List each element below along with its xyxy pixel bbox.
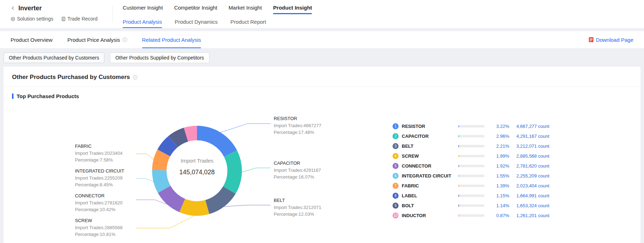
trade-count: 4,667,277 count bbox=[516, 124, 573, 129]
share-percent: 1.15% bbox=[489, 193, 509, 198]
ranked-product-row[interactable]: 4SCREW1.99%2,885,568 count bbox=[393, 151, 573, 161]
share-percent: 1.39% bbox=[489, 183, 509, 188]
solution-settings-label: Solution settings bbox=[17, 16, 53, 22]
rank-badge: 10 bbox=[393, 213, 399, 219]
callout-leader-line bbox=[242, 168, 271, 172]
tab-product-insight[interactable]: Product Insight bbox=[273, 0, 312, 15]
chip-supplied-by-competitors[interactable]: Other Products Supplied by Competitors bbox=[110, 52, 209, 63]
share-bar bbox=[458, 125, 485, 128]
header-left: Inverter Solution settings Trade Record bbox=[0, 0, 112, 28]
callout-screw: SCREW Import Trades:2885568 Percentage:1… bbox=[75, 218, 142, 238]
share-percent: 2.21% bbox=[489, 143, 509, 149]
trade-count: 3,212,071 count bbox=[516, 143, 573, 149]
callout-leader-line bbox=[136, 216, 194, 228]
trade-count: 2,781,620 count bbox=[516, 163, 573, 169]
tab-product-dynamics[interactable]: Product Dynamics bbox=[175, 15, 218, 28]
rank-badge: 6 bbox=[393, 173, 399, 179]
ranked-product-row[interactable]: 1RESISTOR3.22%4,667,277 count bbox=[393, 121, 573, 131]
share-bar-fill bbox=[458, 185, 459, 187]
share-bar-fill bbox=[458, 194, 459, 197]
document-icon bbox=[61, 17, 66, 21]
callout-connector: CONNECTOR Import Trades:2781620 Percenta… bbox=[75, 193, 142, 213]
solution-settings-button[interactable]: Solution settings bbox=[11, 16, 53, 22]
chip-purchased-by-customers[interactable]: Other Products Purchased by Customers bbox=[4, 52, 104, 63]
product-name: INTEGRATED CIRCUIT bbox=[402, 173, 458, 179]
share-bar bbox=[458, 204, 485, 207]
analysis-panel: Other Products Purchased by Customers To… bbox=[4, 67, 640, 243]
download-page-button[interactable]: Download Page bbox=[588, 37, 633, 43]
tab-product-price-analysis-label: Product Price Analysis bbox=[67, 37, 120, 43]
trade-record-label: Trade Record bbox=[68, 16, 98, 22]
callout-trades: Import Trades:4667277 bbox=[274, 122, 341, 129]
ranked-product-row[interactable]: 8LABEL1.15%1,664,991 count bbox=[393, 191, 573, 200]
ranked-product-row[interactable]: 7FABRIC1.39%2,023,404 count bbox=[393, 181, 573, 191]
primary-tabs: Customer Insight Competitor Insight Mark… bbox=[123, 0, 312, 15]
ranked-product-row[interactable]: 2CAPACITOR2.96%4,291,167 count bbox=[393, 131, 573, 141]
callout-name: FABRIC bbox=[75, 143, 142, 149]
trade-count: 4,291,167 count bbox=[516, 134, 573, 139]
callout-percentage: Percentage:16.07% bbox=[274, 174, 341, 180]
share-percent: 0.87% bbox=[489, 213, 509, 218]
trade-count: 1,664,991 count bbox=[516, 193, 573, 198]
tab-competitor-insight[interactable]: Competitor Insight bbox=[174, 0, 217, 15]
tab-customer-insight[interactable]: Customer Insight bbox=[123, 0, 163, 15]
trade-count: 2,023,404 count bbox=[516, 183, 573, 188]
donut-slice-resistor[interactable] bbox=[197, 126, 237, 157]
share-percent: 3.22% bbox=[489, 124, 509, 129]
product-name: INDUCTOR bbox=[402, 213, 458, 218]
tab-product-overview[interactable]: Product Overview bbox=[11, 31, 52, 48]
callout-percentage: Percentage:17.48% bbox=[274, 129, 341, 136]
share-bar bbox=[458, 185, 485, 187]
tab-market-insight[interactable]: Market Insight bbox=[228, 0, 262, 15]
ranked-product-row[interactable]: 6INTEGRATED CIRCUIT1.55%2,255,209 count bbox=[393, 171, 573, 181]
pdf-download-icon bbox=[588, 37, 594, 43]
callout-trades: Import Trades:2255209 bbox=[75, 175, 142, 181]
callout-leader-line bbox=[220, 124, 271, 132]
ranked-product-row[interactable]: 9BOLT1.14%1,653,324 count bbox=[393, 200, 573, 210]
info-icon[interactable] bbox=[122, 37, 127, 42]
callout-name: CONNECTOR bbox=[75, 193, 142, 198]
trade-count: 1,653,324 count bbox=[516, 203, 573, 208]
callout-integrated-circuit: INTEGRATED CIRCUIT Import Trades:2255209… bbox=[75, 168, 142, 188]
trade-record-button[interactable]: Trade Record bbox=[61, 16, 98, 22]
rank-badge: 2 bbox=[393, 133, 399, 139]
share-bar-fill bbox=[458, 175, 459, 177]
panel-title: Other Products Purchased by Customers bbox=[12, 74, 130, 81]
rank-badge: 1 bbox=[393, 123, 399, 129]
info-icon[interactable] bbox=[133, 75, 138, 80]
tab-related-product-analysis[interactable]: Related Product Analysis bbox=[142, 31, 201, 48]
product-name: RESISTOR bbox=[402, 124, 458, 129]
tab-product-report[interactable]: Product Report bbox=[231, 15, 266, 28]
tab-product-price-analysis[interactable]: Product Price Analysis bbox=[67, 31, 127, 48]
trade-count: 2,255,209 count bbox=[516, 173, 573, 179]
share-bar bbox=[458, 165, 485, 167]
donut-slice-capacitor[interactable] bbox=[223, 150, 242, 194]
filter-chips: Other Products Purchased by Customers Ot… bbox=[4, 52, 640, 63]
share-percent: 1.92% bbox=[489, 163, 509, 169]
back-button[interactable] bbox=[11, 6, 16, 11]
ranked-product-row[interactable]: 3BELT2.21%3,212,071 count bbox=[393, 141, 573, 151]
product-name: CONNECTOR bbox=[402, 163, 458, 169]
product-name: LABEL bbox=[402, 193, 458, 198]
ranked-product-row[interactable]: 5CONNECTOR1.92%2,781,620 count bbox=[393, 161, 573, 171]
share-bar bbox=[458, 194, 485, 197]
callout-percentage: Percentage:10.42% bbox=[75, 206, 142, 213]
share-bar-fill bbox=[458, 125, 459, 128]
share-bar-fill bbox=[458, 214, 459, 217]
ranked-product-row[interactable]: 10INDUCTOR0.87%1,261,201 count bbox=[393, 210, 573, 220]
tab-product-analysis[interactable]: Product Analysis bbox=[123, 15, 162, 28]
callout-percentage: Percentage:7.58% bbox=[75, 157, 142, 163]
trade-count: 1,261,201 count bbox=[516, 213, 573, 218]
trade-count: 2,885,568 count bbox=[516, 153, 573, 159]
share-bar-fill bbox=[458, 145, 459, 147]
rank-badge: 3 bbox=[393, 143, 399, 149]
share-bar-fill bbox=[458, 204, 459, 207]
download-page-label: Download Page bbox=[596, 37, 633, 43]
rank-badge: 9 bbox=[393, 203, 399, 209]
callout-percentage: Percentage:10.81% bbox=[75, 231, 142, 238]
page-title: Inverter bbox=[18, 5, 42, 12]
share-percent: 1.55% bbox=[489, 173, 509, 179]
share-bar-fill bbox=[458, 165, 459, 167]
callout-trades: Import Trades:3212071 bbox=[274, 204, 341, 211]
section-title: Top Purchased Products bbox=[17, 93, 79, 99]
